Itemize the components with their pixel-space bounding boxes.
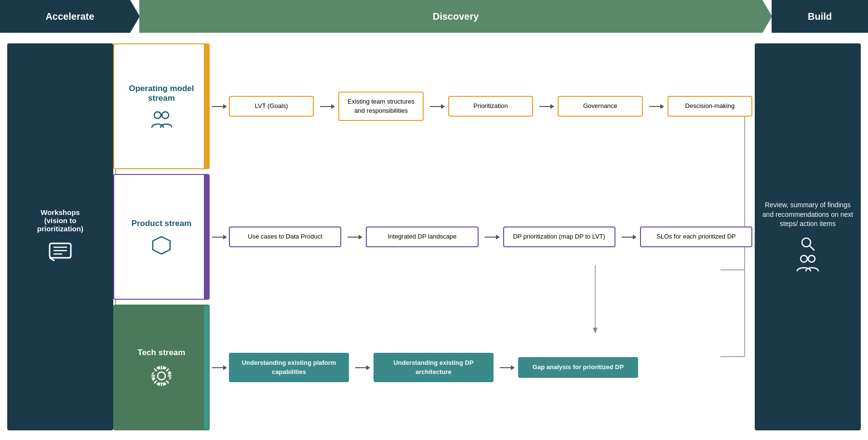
- op-arr3: [537, 106, 554, 107]
- build-label: Build: [808, 11, 832, 22]
- main-content: Workshops(vision toprioritization): [0, 39, 868, 435]
- tech-tasks: Understanding existing plaform capabilit…: [227, 353, 755, 382]
- operating-stream-label: Operating model stream: [113, 43, 210, 169]
- workshops-box: Workshops(vision toprioritization): [7, 43, 113, 430]
- tech-arrow: [210, 367, 227, 368]
- product-stream-label: Product stream: [113, 174, 210, 300]
- prod-arr3: [619, 237, 636, 238]
- chat-icon: [49, 242, 72, 266]
- prod-arr2: [482, 237, 499, 238]
- svg-point-15: [154, 112, 161, 119]
- phase-discovery: Discovery: [139, 0, 772, 33]
- task-prioritization: Prioritization: [448, 96, 533, 116]
- product-tasks: Use cases to Data Product Integrated DP …: [227, 227, 755, 247]
- op-arr1: [318, 106, 334, 107]
- tech-stream-row: Tech stream Understanding existing plafo…: [113, 305, 755, 430]
- hexagon-icon: [151, 236, 172, 255]
- discovery-label: Discovery: [433, 11, 479, 22]
- streams-wrapper: Operating model stream: [113, 39, 755, 435]
- people-icon: [151, 110, 172, 129]
- task-understanding-dp: Understanding existing DP architecture: [374, 353, 494, 382]
- task-gap-analysis: Gap analysis for prioritized DP: [518, 357, 638, 377]
- operating-arrow: [210, 106, 227, 107]
- phase-accelerate: Accelerate: [0, 0, 140, 33]
- gear-icon: [150, 365, 173, 387]
- tech-arr2: [497, 367, 514, 368]
- task-dp-prioritization: DP prioritization (map DP to LVT): [503, 227, 615, 247]
- review-text: Review, summary of findings and recommen…: [762, 200, 854, 229]
- task-use-cases: Use cases to Data Product: [229, 227, 341, 247]
- product-title: Product stream: [132, 219, 192, 228]
- operating-title: Operating model stream: [119, 84, 204, 103]
- task-integrated-dp: Integrated DP landscape: [366, 227, 478, 247]
- phase-build: Build: [772, 0, 868, 33]
- diagram-container: Accelerate Discovery Build Workshops(vis…: [0, 0, 868, 440]
- review-icons: [796, 236, 819, 273]
- search-icon: [800, 236, 815, 252]
- svg-point-21: [801, 255, 807, 262]
- svg-point-18: [158, 372, 165, 380]
- prod-arr1: [345, 237, 362, 238]
- op-arr4: [647, 106, 664, 107]
- phases-row: Accelerate Discovery Build: [0, 0, 868, 33]
- task-slos: SLOs for each prioritized DP: [640, 227, 752, 247]
- op-arr2: [427, 106, 444, 107]
- product-arrow: [210, 237, 227, 238]
- svg-marker-17: [153, 237, 170, 254]
- svg-point-16: [162, 112, 169, 119]
- review-people-icon: [796, 254, 819, 273]
- operating-tasks: LVT (Goals) Existing team structures and…: [227, 92, 755, 120]
- accelerate-label: Accelerate: [45, 11, 94, 22]
- product-stream-row: Product stream Use cases to Data Product: [113, 174, 755, 300]
- tech-title: Tech stream: [138, 348, 186, 358]
- tech-arr1: [353, 367, 370, 368]
- task-understanding-platform: Understanding existing plaform capabilit…: [229, 353, 349, 382]
- svg-point-22: [808, 255, 815, 262]
- task-existing-team: Existing team structures and responsibil…: [338, 92, 423, 120]
- operating-stream-row: Operating model stream: [113, 43, 755, 169]
- review-box: Review, summary of findings and recommen…: [755, 43, 861, 430]
- svg-line-20: [810, 246, 814, 250]
- workshops-label: Workshops(vision toprioritization): [37, 208, 83, 233]
- tech-stream-label: Tech stream: [113, 305, 210, 430]
- task-lvt: LVT (Goals): [229, 96, 314, 116]
- task-governance: Governance: [558, 96, 642, 116]
- task-decision-making: Descision-making: [668, 96, 752, 116]
